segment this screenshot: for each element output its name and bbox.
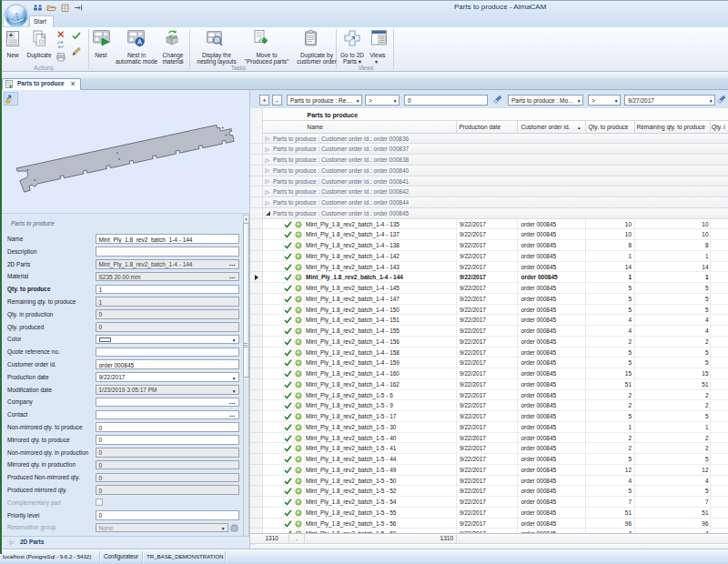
svg-text:A: A — [11, 9, 19, 23]
